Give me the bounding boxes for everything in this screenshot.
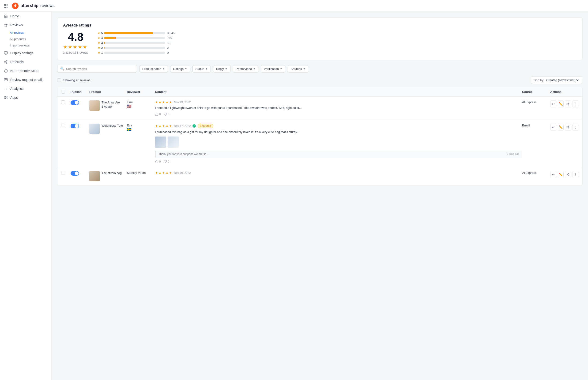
svg-point-6 bbox=[4, 61, 5, 62]
row-checkbox[interactable] bbox=[61, 124, 65, 127]
svg-rect-18 bbox=[6, 98, 7, 99]
col-reviewer: Reviewer bbox=[127, 90, 155, 94]
row-checkbox[interactable] bbox=[61, 171, 65, 175]
logo: aftership reviews bbox=[12, 2, 55, 9]
star-icon: ★ bbox=[97, 36, 100, 40]
row-checkbox[interactable] bbox=[61, 100, 65, 104]
sidebar: Home Reviews All reviews All products Im… bbox=[0, 12, 52, 380]
import-reviews-label: Import reviews bbox=[10, 44, 30, 47]
status-filter[interactable]: Status ▼ bbox=[192, 65, 211, 73]
rating-bars: ★ 5 3,045 ★ 4 769 ★ 3 13 bbox=[97, 31, 576, 55]
sidebar-item-all-reviews[interactable]: All reviews bbox=[0, 30, 51, 36]
edit-button[interactable]: ✏️ bbox=[558, 171, 564, 178]
table-row: The studio bag Stanley Veum ★ ★ ★ ★ ★ bbox=[57, 167, 582, 185]
star-icon: ★ bbox=[97, 51, 100, 55]
product-cell: The studio bag bbox=[89, 171, 127, 181]
search-box[interactable]: 🔍 bbox=[57, 65, 137, 73]
likes-row: 0 0 bbox=[155, 113, 522, 116]
home-label: Home bbox=[10, 14, 19, 18]
share-button[interactable] bbox=[565, 100, 571, 107]
more-button[interactable]: ⋮ bbox=[572, 171, 579, 178]
svg-rect-19 bbox=[4, 98, 6, 99]
reviewer-cell: Stanley Veum bbox=[127, 171, 155, 174]
star-icon: ★ bbox=[97, 46, 100, 50]
sidebar-item-analytics[interactable]: Analytics bbox=[0, 84, 51, 93]
publish-toggle[interactable] bbox=[71, 171, 79, 176]
reviews-label: Reviews bbox=[10, 23, 23, 27]
more-button[interactable]: ⋮ bbox=[572, 124, 579, 131]
publish-toggle[interactable] bbox=[71, 100, 79, 105]
svg-line-8 bbox=[5, 62, 7, 63]
dislikes: 0 bbox=[164, 113, 169, 116]
svg-line-33 bbox=[568, 175, 569, 175]
header-checkbox[interactable] bbox=[61, 90, 65, 94]
reply-button[interactable]: ↩ bbox=[550, 171, 556, 178]
table-row: The Arya Vee Sweater Tina 🇺🇸 ★ ★ ★ ★ ★ bbox=[57, 97, 582, 120]
photo-video-filter[interactable]: Photo/video ▼ bbox=[233, 65, 258, 73]
bar-track bbox=[104, 32, 165, 34]
svg-point-5 bbox=[6, 60, 7, 61]
display-icon bbox=[4, 51, 8, 55]
more-button[interactable]: ⋮ bbox=[572, 100, 579, 107]
bar-star-label: ★ 2 bbox=[97, 46, 102, 50]
publish-toggle[interactable] bbox=[71, 124, 79, 128]
chevron-down-icon: ▼ bbox=[205, 68, 208, 70]
bar-fill bbox=[104, 42, 105, 44]
product-name: The studio bag bbox=[102, 171, 122, 175]
star-number: 3 bbox=[101, 41, 103, 45]
all-reviews-label: All reviews bbox=[10, 31, 24, 35]
home-icon bbox=[4, 14, 8, 18]
sidebar-item-all-products[interactable]: All products bbox=[0, 36, 51, 42]
chevron-down-icon: ▼ bbox=[303, 68, 306, 70]
verification-filter[interactable]: Verification ▼ bbox=[261, 65, 285, 73]
sidebar-item-home[interactable]: Home bbox=[0, 12, 51, 21]
star-number: 1 bbox=[101, 51, 103, 55]
reply-button[interactable]: ↩ bbox=[550, 100, 556, 107]
sidebar-item-reviews[interactable]: Reviews bbox=[0, 21, 51, 30]
edit-button[interactable]: ✏️ bbox=[558, 124, 564, 131]
review-date: Nov 19, 2022 bbox=[174, 101, 191, 104]
sort-select[interactable]: Sort by Created (newest first)Created (o… bbox=[531, 76, 582, 84]
bar-count: 3,045 bbox=[167, 31, 176, 35]
share-button[interactable] bbox=[565, 124, 571, 131]
bar-row: ★ 3 13 bbox=[97, 41, 576, 45]
share-button[interactable] bbox=[565, 171, 571, 178]
edit-button[interactable]: ✏️ bbox=[558, 100, 564, 107]
actions: ↩ ✏️ ⋮ bbox=[550, 100, 578, 107]
review-meta: ★ ★ ★ ★ ★ Nov 10, 2022 bbox=[155, 171, 522, 175]
logo-reviews: reviews bbox=[40, 3, 55, 8]
sidebar-item-referrals[interactable]: Referrals bbox=[0, 57, 51, 66]
bar-track bbox=[104, 47, 165, 49]
star-number: 4 bbox=[101, 36, 103, 40]
select-all-checkbox[interactable] bbox=[57, 78, 61, 82]
apps-icon bbox=[4, 95, 8, 100]
sidebar-item-emails[interactable]: Review request emails bbox=[0, 75, 51, 84]
product-cell: Weightless Tote bbox=[89, 124, 127, 134]
sort-dropdown[interactable]: Created (newest first)Created (oldest fi… bbox=[545, 78, 579, 82]
sidebar-item-apps[interactable]: Apps bbox=[0, 93, 51, 102]
logo-text: aftership bbox=[21, 3, 38, 8]
sidebar-item-nps[interactable]: Net Promoter Score bbox=[0, 66, 51, 75]
col-source: Source bbox=[522, 90, 550, 94]
content-cell: ★ ★ ★ ★ ★ Nov 10, 2022 bbox=[155, 171, 522, 175]
bar-star-label: ★ 4 bbox=[97, 36, 102, 40]
reply-button[interactable]: ↩ bbox=[550, 124, 556, 131]
sources-filter[interactable]: Sources ▼ bbox=[288, 65, 309, 73]
review-stars: ★ ★ ★ ★ ★ bbox=[155, 171, 172, 175]
actions: ↩ ✏️ ⋮ bbox=[550, 171, 578, 178]
review-text: I needed a lightweight sweater shirt to … bbox=[155, 106, 522, 110]
chevron-down-icon: ▼ bbox=[280, 68, 282, 70]
grid-menu-icon[interactable] bbox=[4, 4, 7, 8]
sidebar-item-display-settings[interactable]: Display settings bbox=[0, 49, 51, 57]
product-name-filter[interactable]: Product name ▼ bbox=[139, 65, 168, 73]
svg-line-29 bbox=[568, 126, 569, 127]
avg-stars: ★ ★ ★ ★ ★ bbox=[63, 44, 88, 50]
product-cell: The Arya Vee Sweater bbox=[89, 100, 127, 111]
star-3: ★ bbox=[73, 44, 77, 50]
table-row: Weightless Tote Eva 🇸🇪 ★ ★ ★ ★ ★ bbox=[57, 120, 582, 168]
svg-point-30 bbox=[568, 173, 569, 174]
ratings-filter[interactable]: Ratings ▼ bbox=[170, 65, 190, 73]
search-input[interactable] bbox=[66, 67, 134, 71]
reply-filter[interactable]: Reply ▼ bbox=[213, 65, 230, 73]
sidebar-item-import-reviews[interactable]: Import reviews bbox=[0, 42, 51, 49]
